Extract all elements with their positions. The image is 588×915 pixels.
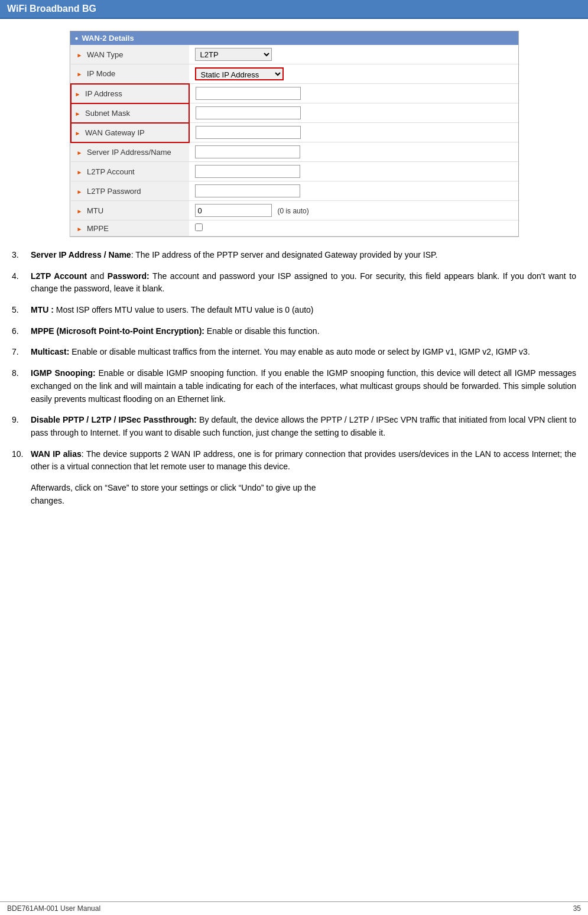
- list-item: 10. WAN IP alias: The device supports 2 …: [12, 448, 576, 473]
- server-ip-cell: [189, 142, 518, 162]
- item-bold: Multicast:: [31, 347, 69, 356]
- arrow-icon: ►: [77, 226, 83, 232]
- wan-gateway-label: ► WAN Gateway IP: [71, 123, 189, 142]
- ip-mode-label: ► IP Mode: [71, 64, 189, 84]
- item-number: 10.: [12, 448, 31, 473]
- mppe-checkbox[interactable]: [195, 223, 203, 231]
- table-row: ► MTU (0 is auto): [71, 201, 518, 220]
- wan-table: ► WAN Type L2TP PPTP PPPoE Static IP DHC…: [70, 45, 518, 236]
- arrow-icon: ►: [75, 91, 81, 98]
- wan-type-cell: L2TP PPTP PPPoE Static IP DHCP: [189, 45, 518, 64]
- list-item: 5. MTU : Most ISP offers MTU value to us…: [12, 304, 576, 317]
- arrow-icon: ►: [77, 169, 83, 176]
- footer-right: 35: [573, 904, 581, 913]
- item-content: IGMP Snooping: Enable or disable IGMP sn…: [31, 367, 576, 405]
- wan-details-box: WAN-2 Details ► WAN Type L2TP PPTP PPPoE: [70, 31, 519, 237]
- item-content: MTU : Most ISP offers MTU value to users…: [31, 304, 576, 317]
- subnet-mask-cell: [189, 103, 518, 123]
- l2tp-account-label: ► L2TP Account: [71, 162, 189, 181]
- list-item: 7. Multicast: Enable or disable multicas…: [12, 346, 576, 359]
- mtu-note: (0 is auto): [277, 207, 308, 215]
- item-bold: L2TP Account: [31, 271, 87, 281]
- item-content: Multicast: Enable or disable multicast t…: [31, 346, 576, 359]
- item-bold: MPPE (Microsoft Point-to-Point Encryptio…: [31, 326, 204, 336]
- page-content: WAN-2 Details ► WAN Type L2TP PPTP PPPoE: [0, 19, 588, 543]
- item-content: Server IP Address / Name: The IP address…: [31, 249, 576, 262]
- item-content: L2TP Account and Password: The account a…: [31, 270, 576, 296]
- item-bold2: Password:: [108, 271, 150, 281]
- item-number: 8.: [12, 367, 31, 405]
- wan-gateway-input[interactable]: [196, 126, 301, 139]
- item-bold: MTU :: [31, 305, 54, 314]
- list-item: 8. IGMP Snooping: Enable or disable IGMP…: [12, 367, 576, 405]
- mtu-cell: (0 is auto): [189, 201, 518, 220]
- table-row: ► WAN Type L2TP PPTP PPPoE Static IP DHC…: [71, 45, 518, 64]
- ip-address-label: ► IP Address: [71, 84, 189, 103]
- table-row: ► WAN Gateway IP: [71, 123, 518, 142]
- arrow-icon: ►: [77, 189, 83, 195]
- wan-type-select[interactable]: L2TP PPTP PPPoE Static IP DHCP: [195, 48, 272, 61]
- table-row: ► Server IP Address/Name: [71, 142, 518, 162]
- item-number: 3.: [12, 249, 31, 262]
- item-content: MPPE (Microsoft Point-to-Point Encryptio…: [31, 325, 576, 338]
- l2tp-password-label: ► L2TP Password: [71, 181, 189, 201]
- afterwards-note: Afterwards, click on “Save” to store you…: [31, 482, 576, 507]
- numbered-list: 3. Server IP Address / Name: The IP addr…: [12, 249, 576, 473]
- ip-mode-cell: Static IP Address Dynamic IP Address: [189, 64, 518, 84]
- table-row: ► L2TP Password: [71, 181, 518, 201]
- list-item: 9. Disable PPTP / L2TP / IPSec Passthrou…: [12, 414, 576, 439]
- ip-address-input[interactable]: [196, 87, 301, 100]
- list-item: 3. Server IP Address / Name: The IP addr…: [12, 249, 576, 262]
- mppe-cell: [189, 220, 518, 236]
- mtu-input[interactable]: [195, 204, 272, 217]
- ip-mode-select[interactable]: Static IP Address Dynamic IP Address: [195, 67, 284, 80]
- table-row: ► Subnet Mask: [71, 103, 518, 123]
- server-ip-label: ► Server IP Address/Name: [71, 142, 189, 162]
- item-content: WAN IP alias: The device supports 2 WAN …: [31, 448, 576, 473]
- subnet-mask-label: ► Subnet Mask: [71, 103, 189, 123]
- arrow-icon: ►: [77, 71, 83, 77]
- l2tp-password-cell: [189, 181, 518, 201]
- table-row: ► IP Address: [71, 84, 518, 103]
- item-number: 7.: [12, 346, 31, 359]
- item-bold: IGMP Snooping:: [31, 368, 96, 378]
- table-row: ► L2TP Account: [71, 162, 518, 181]
- footer-left: BDE761AM-001 User Manual: [7, 904, 100, 913]
- item-number: 6.: [12, 325, 31, 338]
- arrow-icon: ►: [77, 150, 83, 156]
- arrow-icon: ►: [75, 111, 81, 117]
- l2tp-account-cell: [189, 162, 518, 181]
- l2tp-account-input[interactable]: [195, 165, 300, 178]
- mppe-label: ► MPPE: [71, 220, 189, 236]
- list-item: 4. L2TP Account and Password: The accoun…: [12, 270, 576, 296]
- table-row: ► MPPE: [71, 220, 518, 236]
- arrow-icon: ►: [77, 52, 83, 59]
- table-row: ► IP Mode Static IP Address Dynamic IP A…: [71, 64, 518, 84]
- wan-type-label: ► WAN Type: [71, 45, 189, 64]
- ip-address-cell: [189, 84, 518, 103]
- wan-details-title: WAN-2 Details: [70, 31, 518, 45]
- item-bold: Server IP Address / Name: [31, 250, 131, 259]
- mtu-label: ► MTU: [71, 201, 189, 220]
- arrow-icon: ►: [75, 130, 81, 137]
- subnet-mask-input[interactable]: [196, 106, 301, 119]
- item-bold: Disable PPTP / L2TP / IPSec Passthrough:: [31, 415, 197, 424]
- item-number: 4.: [12, 270, 31, 296]
- server-ip-input[interactable]: [195, 145, 300, 158]
- item-content: Disable PPTP / L2TP / IPSec Passthrough:…: [31, 414, 576, 439]
- wan-gateway-cell: [189, 123, 518, 142]
- item-bold: WAN IP alias: [31, 449, 82, 459]
- list-item: 6. MPPE (Microsoft Point-to-Point Encryp…: [12, 325, 576, 338]
- l2tp-password-input[interactable]: [195, 184, 300, 197]
- arrow-icon: ►: [77, 208, 83, 215]
- page-footer: BDE761AM-001 User Manual 35: [0, 901, 588, 915]
- item-number: 5.: [12, 304, 31, 317]
- page-header: WiFi Broadband BG: [0, 0, 588, 19]
- item-number: 9.: [12, 414, 31, 439]
